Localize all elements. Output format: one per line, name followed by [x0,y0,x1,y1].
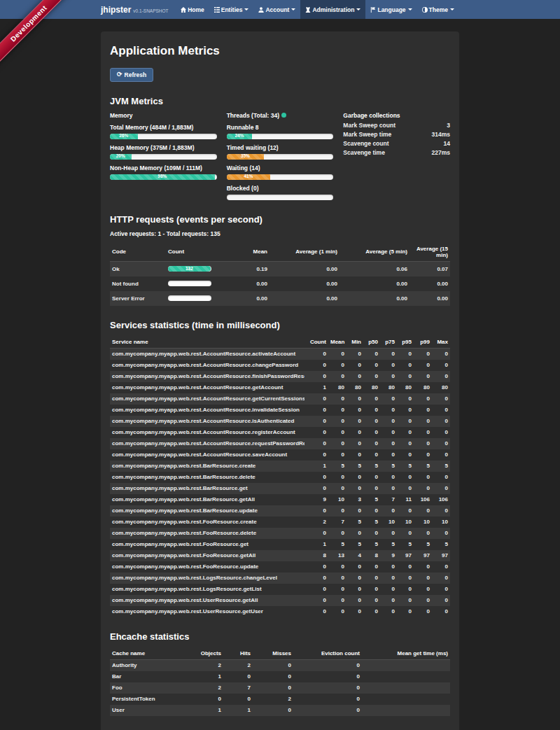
nav-item-label: Entities [221,6,243,13]
metric-label: Runnable 8 [227,124,334,131]
progress-bar: 26% [110,134,217,139]
http-requests-table: CodeCountMeanAverage (1 min)Average (5 m… [110,243,450,306]
progress-bar: 20% [110,154,217,160]
column-header: Average (1 min) [270,243,340,262]
ehcache-heading: Ehcache statistics [110,631,450,642]
nav-item-theme[interactable]: Theme [417,0,459,19]
column-header: Count [304,336,328,349]
table-row: com.mycompany.myapp.web.rest.AccountReso… [110,360,450,371]
table-row: com.mycompany.myapp.web.rest.FooResource… [110,550,450,561]
nav-item-entities[interactable]: Entities [209,0,254,19]
column-header: Cache name [110,647,181,660]
gc-stat-row: Scavenge count14 [343,139,450,148]
nav-item-administration[interactable]: Administration [300,0,365,19]
column-header: Objects [181,647,223,660]
http-requests-summary: Active requests: 1 - Total requests: 135 [110,230,450,237]
column-header: Hits [223,647,253,660]
table-row: Authority2200 [110,659,450,671]
threads-column: Threads (Total: 34) Runnable 824%Timed w… [227,112,334,200]
column-header: Code [110,243,166,262]
table-row: com.mycompany.myapp.web.rest.FooResource… [110,528,450,539]
table-row: com.mycompany.myapp.web.rest.LogsResourc… [110,573,450,584]
home-icon [181,7,186,13]
table-row: com.mycompany.myapp.web.rest.AccountReso… [110,405,450,416]
column-header: Mean [328,336,346,349]
table-row: User1100 [110,705,450,716]
column-header: p95 [397,336,414,349]
table-row: com.mycompany.myapp.web.rest.AccountReso… [110,382,450,393]
caret-down-icon [450,8,454,10]
refresh-icon: ⟳ [117,71,122,78]
progress-bar [168,281,211,286]
table-row: com.mycompany.myapp.web.rest.FooResource… [110,539,450,550]
table-row: com.mycompany.myapp.web.rest.BarResource… [110,472,450,483]
nav-menu: HomeEntitiesAccountAdministrationLanguag… [176,0,459,19]
table-row: com.mycompany.myapp.web.rest.AccountReso… [110,348,450,360]
gc-stat-row: Scavenge time227ms [343,148,450,157]
table-row: com.mycompany.myapp.web.rest.BarResource… [110,483,450,494]
user-icon [258,7,264,13]
ehcache-table: Cache nameObjectsHitsMissesEviction coun… [110,647,450,716]
gc-title: Garbage collections [343,112,450,119]
table-row: PersistentToken0020 [110,694,450,705]
caret-down-icon [356,8,360,10]
jvm-metrics-heading: JVM Metrics [110,96,450,106]
nav-item-home[interactable]: Home [176,0,209,19]
brand-link[interactable]: jhipster v0.1-SNAPSHOT [101,5,169,15]
table-row: com.mycompany.myapp.web.rest.AccountReso… [110,371,450,382]
metric-label: Total Memory (484M / 1,883M) [110,124,217,131]
memory-column: Memory Total Memory (484M / 1,883M)26%He… [110,112,217,200]
progress-bar: 132 [168,266,211,272]
progress-bar: 98% [110,174,217,180]
table-row: com.mycompany.myapp.web.rest.BarResource… [110,461,450,472]
navbar: jhipster v0.1-SNAPSHOT HomeEntitiesAccou… [0,0,560,19]
column-header: Mean [223,243,270,262]
table-row: com.mycompany.myapp.web.rest.FooResource… [110,561,450,573]
table-row: com.mycompany.myapp.web.rest.LogsResourc… [110,584,450,595]
metric-label: Waiting (14) [227,164,334,171]
table-row: com.mycompany.myapp.web.rest.BarResource… [110,505,450,517]
services-table: Service nameCountMeanMinp50p75p95p99Maxc… [110,336,450,617]
table-row: com.mycompany.myapp.web.rest.AccountReso… [110,427,450,438]
column-header: p99 [414,336,432,349]
memory-title: Memory [110,112,217,119]
caret-down-icon [291,8,295,10]
http-requests-heading: HTTP requests (events per second) [110,214,450,225]
metrics-panel: Application Metrics ⟳ Refresh JVM Metric… [101,31,459,730]
threads-ok-icon [281,113,286,118]
column-header: p75 [380,336,397,349]
nav-item-label: Administration [312,6,354,13]
nav-item-label: Account [265,6,289,13]
tower-icon [305,7,311,13]
nav-item-label: Theme [429,6,448,13]
table-row: com.mycompany.myapp.web.rest.AccountReso… [110,438,450,449]
progress-bar: 24% [227,134,334,139]
refresh-button[interactable]: ⟳ Refresh [110,68,153,82]
table-row: Bar1000 [110,671,450,682]
nav-item-account[interactable]: Account [253,0,300,19]
threads-title: Threads (Total: 34) [227,112,279,119]
column-header: Average (5 min) [340,243,410,262]
page-title: Application Metrics [110,44,450,58]
column-header: Average (15 min) [410,243,450,262]
progress-bar [168,295,211,301]
services-heading: Services statistics (time in millisecond… [110,320,450,330]
table-row: Not found0.000.000.000.00 [110,276,450,291]
column-header: Count [166,243,223,262]
brand-version: v0.1-SNAPSHOT [133,8,168,13]
jvm-metrics-grid: Memory Total Memory (484M / 1,883M)26%He… [110,112,450,200]
metric-label: Timed waiting (12) [227,144,334,151]
column-header: Mean get time (ms) [362,647,450,660]
adjust-icon [422,7,428,13]
table-row: com.mycompany.myapp.web.rest.AccountReso… [110,416,450,427]
brand-name: jhipster [101,5,131,15]
refresh-label: Refresh [125,71,147,78]
entities-list-icon [214,7,220,13]
nav-item-label: Home [188,6,204,13]
table-row: com.mycompany.myapp.web.rest.FooResource… [110,517,450,528]
table-row: Server Error0.000.000.000.00 [110,291,450,306]
nav-item-label: Language [377,6,405,13]
column-header: Max [432,336,450,349]
gc-column: Garbage collections Mark Sweep count3Mar… [343,112,450,200]
nav-item-language[interactable]: Language [365,0,416,19]
